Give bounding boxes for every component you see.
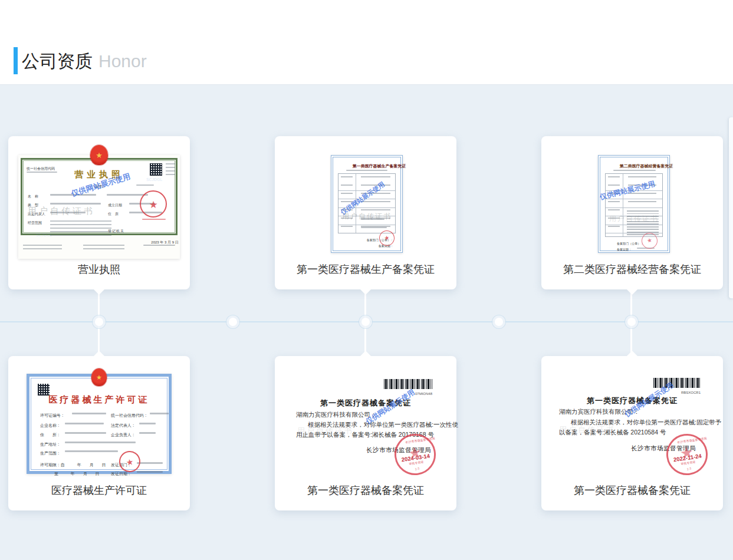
connector-notch — [94, 289, 104, 295]
timeline-node — [229, 318, 237, 326]
page-title: 公司资质Honor — [22, 50, 147, 74]
connector-notch — [627, 351, 637, 356]
official-seal-icon: ★ — [140, 190, 167, 218]
page: 公司资质Honor ★ 统一社会信用代码 — [0, 0, 733, 560]
certificate-card-class2-operation-filing[interactable]: 第二类医疗器械经营备案凭证 备案部门（公章）： 备案日期： ★ 仅供网站展示使用… — [541, 136, 723, 289]
registrar-label: 登记机关 — [108, 227, 141, 238]
watermark-self-upload: 用户自传证书 — [28, 206, 95, 217]
certificate-caption: 第一类医疗器械生产备案凭证 — [275, 262, 456, 276]
redacted-value — [361, 227, 387, 228]
certificate-caption: 第二类医疗器械经营备案凭证 — [541, 262, 723, 276]
connector-notch — [360, 351, 371, 356]
redacted-footnote — [143, 245, 175, 246]
redacted-seal-text — [142, 219, 166, 220]
photo-watermark-code: SCJDGL — [36, 230, 64, 241]
table-divider — [623, 174, 623, 236]
business-license-image: ★ 统一社会信用代码 营业执照 （副本） 名 称 类 型 — [18, 155, 180, 259]
redacted-value — [65, 432, 106, 434]
certificate-card-class1-filing-1[interactable]: 07MION48 第一类医疗器械备案凭证 湖南力宾医疗科技有限公司： 根据相关法… — [275, 356, 456, 510]
qr-code — [38, 384, 50, 396]
watermark-self-upload: 用户自传证书 — [333, 212, 400, 222]
redacted-value — [150, 413, 169, 414]
certificate-card-business-license[interactable]: ★ 统一社会信用代码 营业执照 （副本） 名 称 类 型 — [8, 136, 190, 289]
scroll-thumb[interactable] — [729, 117, 733, 298]
page-title-en: Honor — [98, 51, 147, 71]
redacted-value — [137, 471, 163, 473]
redacted-value — [50, 203, 101, 205]
certificate-card-production-license[interactable]: ★ 医疗器械生产许可证 许可证编号： 统一社会信用代码： 企业名称： 法定代表人… — [8, 356, 190, 510]
redacted-footnote — [83, 245, 124, 250]
redacted-value — [65, 442, 136, 443]
watermark-self-upload: 用户自传证书 — [297, 426, 354, 436]
official-seal-icon: 长沙市市场监督管理局 ★ 2022-11-24 审批专用章 1-3 — [663, 431, 710, 477]
redacted-value — [139, 432, 156, 434]
seal-index: 1-3 — [409, 466, 425, 472]
connector-notch — [360, 289, 371, 295]
certificate-caption: 营业执照 — [8, 262, 190, 276]
connector-notch — [94, 351, 104, 356]
redacted-value — [65, 450, 118, 452]
certificate-card-class1-filing-2[interactable]: RBSXOCR1 第一类医疗器械备案凭证 湖南力宾医疗科技有限公司： 根据相关法… — [541, 356, 723, 510]
redacted-record-no — [613, 170, 656, 171]
header-accent-bar — [14, 47, 18, 74]
timeline-node — [495, 318, 503, 326]
honor-section: ★ 统一社会信用代码 营业执照 （副本） 名 称 类 型 — [0, 84, 733, 560]
photo-watermark-code: SCJDGL — [134, 175, 162, 186]
certificate-caption: 医疗器械生产许可证 — [8, 483, 190, 498]
page-title-cn: 公司资质 — [22, 51, 93, 71]
national-emblem-icon: ★ — [91, 368, 107, 386]
redacted-value — [139, 423, 156, 424]
filing-certificate-image: 第二类医疗器械经营备案凭证 备案部门（公章）： 备案日期： ★ 仅供网站展示使用… — [598, 155, 670, 253]
filing-certificate-image: 第一类医疗器械生产备案凭证 备案部门（公章）： 备案日期： ★ 仅供网站展示使用… — [331, 155, 403, 253]
document-title: 第一类医疗器械备案凭证 — [275, 397, 456, 409]
certificate-card-class1-production-filing[interactable]: 第一类医疗器械生产备案凭证 备案部门（公章）： 备案日期： ★ 仅供网站展示使用… — [275, 136, 456, 289]
redacted-record-no — [346, 170, 387, 171]
certificate-caption: 第一类医疗器械备案凭证 — [275, 483, 456, 498]
seal-index: 1-3 — [681, 466, 697, 472]
timeline-node — [95, 318, 103, 326]
connector-notch — [627, 289, 637, 295]
production-license-image: ★ 医疗器械生产许可证 许可证编号： 统一社会信用代码： 企业名称： 法定代表人… — [27, 374, 172, 474]
redacted-value — [137, 462, 163, 464]
redacted-value — [65, 423, 104, 424]
redacted-footnote — [23, 245, 62, 250]
watermark-self-upload: 用户自传证书 — [559, 424, 616, 435]
barcode — [384, 379, 432, 389]
license-title: 医疗器械生产许可证 — [29, 394, 169, 406]
redacted-value — [72, 413, 106, 414]
watermark-self-upload: 用户自传证书 — [600, 214, 668, 224]
timeline-node — [361, 318, 370, 326]
timeline-node — [627, 318, 636, 326]
certificate-caption: 第一类医疗器械备案凭证 — [541, 483, 723, 498]
national-emblem-icon: ★ — [90, 145, 108, 165]
field-label-address: 住 所 — [108, 210, 129, 220]
